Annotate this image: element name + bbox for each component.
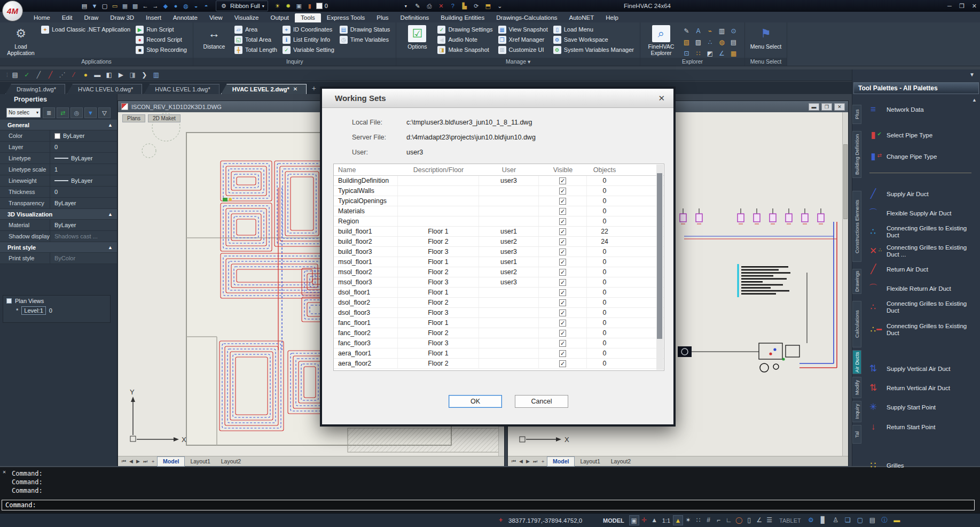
property-row-thickness[interactable]: Thickness0 <box>0 187 117 198</box>
table-icon[interactable]: ▥ <box>152 71 161 80</box>
palette-tab-calculations[interactable]: Calculations <box>852 301 861 347</box>
point-icon[interactable]: ● <box>81 71 90 80</box>
menu-tab-drawings-calculations[interactable]: Drawings-Calculations <box>490 13 563 22</box>
filter-icon[interactable]: ▼ <box>84 107 97 118</box>
palette-item-flexible-supply-air-duct[interactable]: ⌒Flexible Supply Air Duct <box>864 206 977 220</box>
visible-checkbox[interactable]: ✓ <box>559 228 566 235</box>
palette-tab-constructions-elements[interactable]: Constructions Elements <box>852 191 861 262</box>
palette-item-supply-vertical-air-duct[interactable]: ⇅Supply Vertical Air Duct <box>864 362 977 376</box>
big-button-load-application[interactable]: ⚙Load Application <box>3 24 38 57</box>
menu-tab-plus[interactable]: Plus <box>371 13 394 22</box>
scroll-up-icon[interactable]: ▲ <box>972 97 977 103</box>
ribbon-item-drawing-settings[interactable]: ✓Drawing Settings <box>437 25 492 34</box>
column-header-visible[interactable]: Visible <box>539 164 587 175</box>
menu-tab-help[interactable]: Help <box>600 13 624 22</box>
layout-nav-icon[interactable]: ◀ <box>518 459 524 464</box>
property-row-transparency[interactable]: TransparencyByLayer <box>0 198 117 209</box>
layout-nav-icon[interactable]: ⏭ <box>531 459 539 464</box>
scrollbar-thumb[interactable] <box>843 144 848 219</box>
construction-line-icon[interactable]: ⁄ <box>69 71 79 80</box>
arc-icon[interactable]: ◨ <box>128 71 137 80</box>
presenter-icon[interactable]: ▊ <box>818 515 828 525</box>
visible-checkbox[interactable]: ✓ <box>559 269 566 276</box>
palette-item-supply-air-duct[interactable]: ╱Supply Air Duct <box>864 187 977 201</box>
big-button-finehvac-explorer[interactable]: ⌕FineHVAC Explorer <box>644 24 679 57</box>
palette-item-grilles[interactable]: ∷Grilles <box>864 459 977 472</box>
visible-checkbox[interactable]: ✓ <box>559 177 566 184</box>
explorer-grid-icon[interactable]: ▦ <box>728 48 739 59</box>
vertical-scrollbar[interactable] <box>842 112 848 456</box>
explorer-grid-icon[interactable]: ◍ <box>716 37 727 48</box>
ribbon-item-drawing-status[interactable]: ▤Drawing Status <box>340 25 390 34</box>
save-icon[interactable]: ▦ <box>121 2 129 10</box>
palette-tab-building-definition[interactable]: Building Definition <box>852 131 861 178</box>
visible-checkbox[interactable]: ✓ <box>559 320 566 327</box>
visible-checkbox[interactable]: ✓ <box>559 198 566 205</box>
collapse-icon[interactable]: ▲ <box>108 120 113 130</box>
chevron-down-icon[interactable]: ▼ <box>969 72 975 78</box>
cancel-button[interactable]: Cancel <box>515 395 568 408</box>
explorer-grid-icon[interactable]: ⊡ <box>681 48 692 59</box>
open-folder-icon[interactable]: ▭ <box>111 2 119 10</box>
table-row[interactable]: TypicalWalls✓0 <box>334 186 664 196</box>
plot-icon[interactable]: ⎙ <box>425 2 434 10</box>
model-space-toggle[interactable]: MODEL <box>603 517 624 524</box>
gear-icon[interactable]: ⚙ <box>806 515 816 525</box>
property-row-color[interactable]: ColorByLayer <box>0 130 117 142</box>
save-back-icon[interactable]: ▤ <box>11 71 20 80</box>
arrows-icon[interactable]: ❯ <box>140 71 149 80</box>
column-header-name[interactable]: Name <box>334 164 398 175</box>
layout-add-icon[interactable]: ＋ <box>539 458 547 465</box>
menu-tab-building-entities[interactable]: Building Entities <box>435 13 490 22</box>
palette-tab-air-ducts[interactable]: Air Ducts <box>852 350 861 374</box>
anno-auto-icon[interactable]: ▲ <box>673 515 683 525</box>
menu-tab-home[interactable]: Home <box>28 13 56 22</box>
menu-tab-autonet[interactable]: AutoNET <box>563 13 600 22</box>
polyline-red-icon[interactable]: ╱ <box>46 71 55 80</box>
quick-select-icon[interactable]: ≣ <box>43 107 55 118</box>
new-tab-button[interactable]: ＋ <box>310 83 317 93</box>
explorer-grid-icon[interactable]: A <box>693 26 704 36</box>
save-as-icon[interactable]: ▩ <box>131 2 139 10</box>
explorer-grid-icon[interactable]: ◩ <box>704 48 716 59</box>
layout-tab-model[interactable]: Model <box>547 456 575 467</box>
erase-icon[interactable]: ✕ <box>437 2 445 10</box>
plot-preview-icon[interactable]: ✎ <box>413 2 422 10</box>
ribbon-item-total-length[interactable]: ╋Total Length <box>234 45 277 54</box>
ribbon-item-id-coordinates[interactable]: ⌖ID Coordinates <box>283 25 334 34</box>
redo-icon[interactable]: → <box>151 2 160 10</box>
menu-tab-annotate[interactable]: Annotate <box>167 13 203 22</box>
menu-tab-definitions[interactable]: Definitions <box>395 13 435 22</box>
anno-star-icon[interactable]: ✶ <box>683 515 693 525</box>
ribbon-item-stop-recording[interactable]: ■Stop Recording <box>136 45 187 54</box>
table-row[interactable]: build_floor1Floor 1user1✓22 <box>334 227 664 237</box>
tablet-toggle[interactable]: TABLET <box>779 517 801 524</box>
visible-checkbox[interactable]: ✓ <box>559 340 566 347</box>
expand-icon[interactable]: ⌄ <box>496 2 504 10</box>
property-row-linetype[interactable]: LinetypeByLayer <box>0 153 117 164</box>
layout-tab-model[interactable]: Model <box>157 456 185 467</box>
table-row[interactable]: build_floor2Floor 2user2✓24 <box>334 237 664 247</box>
palette-item-change-pipe-type[interactable]: ▮⇄Change Pipe Type <box>864 150 977 164</box>
property-row-print-style[interactable]: Print styleByColor <box>0 253 117 264</box>
isodraft-icon[interactable]: ⌐ <box>714 515 724 525</box>
monitor-icon[interactable]: ▢ <box>855 515 865 525</box>
visible-checkbox[interactable]: ✓ <box>559 259 566 266</box>
ribbon-item-load-classic-net-application[interactable]: ✦Load Classic .NET Application <box>41 25 130 34</box>
layout-nav-icon[interactable]: ▶ <box>135 459 142 464</box>
note-icon[interactable]: ▬ <box>892 515 902 525</box>
2d-maket-chip[interactable]: 2D Maket <box>148 114 181 122</box>
selection-dropdown[interactable]: No selec▾ <box>6 108 41 118</box>
layout-nav-icon[interactable]: ◀ <box>128 459 135 464</box>
palette-item-connecting-grilles-to-existing-duct[interactable]: ∴Connecting Grilles to Existing Duct <box>864 225 977 239</box>
menu-tab-edit[interactable]: Edit <box>56 13 79 22</box>
visible-checkbox[interactable]: ✓ <box>559 299 566 306</box>
palette-item-connecting-grilles-to-existing-duct[interactable]: ∴▬Connecting Grilles to Existing Duct <box>864 323 977 337</box>
menu-tab-view[interactable]: View <box>203 13 229 22</box>
explorer-grid-icon[interactable]: ∴ <box>704 37 716 48</box>
explorer-grid-icon[interactable]: ▧ <box>681 37 692 48</box>
ribbon-item-time-variables[interactable]: ◷Time Variables <box>340 35 390 44</box>
table-row[interactable]: msol_floor1Floor 1user1✓0 <box>334 257 664 267</box>
section-header-3d-visualization[interactable]: 3D Visualization▲ <box>0 209 117 220</box>
drawing-tab-hvac-level-2-dwg-[interactable]: HVAC LEVEL 2.dwg*✕ <box>221 84 307 94</box>
